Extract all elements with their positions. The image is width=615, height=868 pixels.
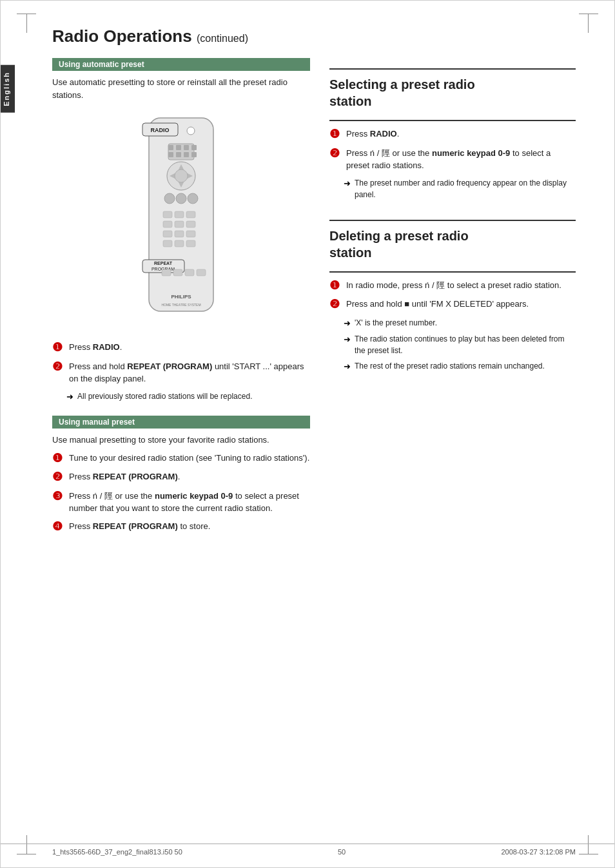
step-number: ❶ — [52, 452, 66, 466]
corner-mark — [588, 14, 589, 33]
svg-text:REPEAT: REPEAT — [154, 261, 173, 265]
arrow-icon: ➜ — [344, 360, 351, 373]
svg-point-21 — [188, 193, 198, 204]
svg-point-20 — [176, 193, 186, 204]
right-column: Selecting a preset radio station ❶ Press… — [329, 58, 576, 539]
step-text: Press and hold REPEAT (PROGRAM) until 'S… — [69, 360, 310, 385]
step-text: Press ń / 陘 or use the numeric keypad 0-… — [346, 147, 576, 172]
svg-rect-39 — [185, 269, 194, 276]
svg-rect-22 — [163, 211, 172, 218]
svg-rect-12 — [191, 152, 197, 157]
step-number: ❷ — [329, 298, 344, 312]
svg-rect-5 — [168, 145, 173, 150]
svg-text:PHILIPS: PHILIPS — [171, 294, 191, 300]
step-text: Press ń / 陘 or use the numeric keypad 0-… — [69, 490, 310, 515]
svg-rect-32 — [175, 240, 184, 247]
step-number: ❶ — [329, 279, 344, 293]
select-step1: ❶ Press RADIO. — [329, 128, 576, 142]
step-number: ❹ — [52, 520, 66, 534]
svg-rect-38 — [173, 269, 182, 276]
corner-mark — [17, 14, 36, 14]
select-step2: ❷ Press ń / 陘 or use the numeric keypad … — [329, 147, 576, 172]
remote-svg: RADIO — [130, 111, 233, 331]
arrow-icon: ➜ — [344, 333, 351, 346]
corner-mark — [579, 14, 598, 14]
svg-rect-8 — [191, 145, 197, 150]
step-text: Press REPEAT (PROGRAM) to store. — [69, 520, 210, 533]
svg-rect-37 — [162, 269, 171, 276]
auto-step2: ❷ Press and hold REPEAT (PROGRAM) until … — [52, 360, 310, 385]
auto-step1: ❶ Press RADIO. — [52, 341, 310, 355]
svg-text:HOME THEATRE SYSTEM: HOME THEATRE SYSTEM — [161, 303, 200, 307]
manual-preset-header: Using manual preset — [52, 416, 310, 429]
selecting-title: Selecting a preset radio station — [329, 76, 576, 110]
svg-point-19 — [164, 193, 175, 204]
hint-text: All previously stored radio stations wil… — [77, 391, 252, 402]
manual-step1: ❶ Tune to your desired radio station (se… — [52, 452, 310, 466]
divider — [329, 120, 576, 121]
deleting-title: Deleting a preset radio station — [329, 227, 576, 261]
page-number: 50 — [338, 848, 346, 856]
content-columns: Using automatic preset Use automatic pre… — [52, 58, 576, 539]
delete-step1: ❶ In radio mode, press ń / 陘 to select a… — [329, 279, 576, 293]
svg-point-18 — [175, 169, 188, 182]
hint-text: 'X' is the preset number. — [355, 317, 437, 329]
svg-rect-7 — [184, 145, 189, 150]
svg-rect-23 — [175, 211, 184, 218]
svg-rect-9 — [168, 152, 173, 157]
step-text: Press and hold ■ until 'FM X DELETED' ap… — [346, 298, 529, 311]
remote-illustration: RADIO — [52, 111, 310, 331]
svg-point-3 — [187, 127, 195, 135]
auto-preset-section: Using automatic preset Use automatic pre… — [52, 58, 310, 403]
hint-text: The preset number and radio frequency ap… — [355, 177, 576, 200]
step-number: ❷ — [52, 470, 66, 485]
step-text: Press RADIO. — [346, 128, 399, 140]
step-number: ❸ — [52, 490, 66, 504]
step-text: Press REPEAT (PROGRAM). — [69, 470, 180, 483]
left-column: Using automatic preset Use automatic pre… — [52, 58, 310, 539]
svg-rect-31 — [163, 240, 172, 247]
auto-preset-body: Use automatic presetting to store or rei… — [52, 76, 310, 101]
svg-rect-30 — [186, 231, 195, 237]
svg-rect-29 — [175, 231, 184, 237]
delete-step2: ❷ Press and hold ■ until 'FM X DELETED' … — [329, 298, 576, 312]
auto-hint: ➜ All previously stored radio stations w… — [66, 391, 310, 403]
svg-rect-28 — [163, 231, 172, 237]
manual-step4: ❹ Press REPEAT (PROGRAM) to store. — [52, 520, 310, 534]
delete-hint2: ➜ The radio station continues to play bu… — [344, 333, 576, 356]
svg-rect-11 — [184, 152, 189, 157]
page: English Radio Operations (continued) Usi… — [0, 0, 615, 868]
divider — [329, 271, 576, 273]
svg-rect-26 — [175, 221, 184, 227]
step-number: ❷ — [52, 360, 66, 374]
footer-right: 2008-03-27 3:12:08 PM — [501, 848, 576, 856]
manual-step3: ❸ Press ń / 陘 or use the numeric keypad … — [52, 490, 310, 515]
hint-text: The radio station continues to play but … — [355, 333, 576, 356]
svg-rect-6 — [176, 145, 181, 150]
delete-hint3: ➜ The rest of the preset radio stations … — [344, 360, 576, 373]
step-text: In radio mode, press ń / 陘 to select a p… — [346, 279, 561, 292]
language-tab: English — [1, 65, 15, 113]
arrow-icon: ➜ — [344, 317, 351, 330]
step-number: ❶ — [52, 341, 66, 355]
step-text: Tune to your desired radio station (see … — [69, 452, 309, 465]
divider — [329, 68, 576, 70]
manual-preset-body: Use manual presetting to store your favo… — [52, 434, 310, 447]
delete-hint1: ➜ 'X' is the preset number. — [344, 317, 576, 330]
select-hint: ➜ The preset number and radio frequency … — [344, 177, 576, 200]
manual-step2: ❷ Press REPEAT (PROGRAM). — [52, 470, 310, 485]
svg-rect-10 — [176, 152, 181, 157]
corner-mark — [26, 14, 27, 33]
manual-preset-section: Using manual preset Use manual presettin… — [52, 416, 310, 534]
footer: 1_hts3565-66D_37_eng2_final813.i50 50 50… — [1, 844, 614, 856]
step-number: ❶ — [329, 128, 344, 142]
step-number: ❷ — [329, 147, 344, 161]
arrow-icon: ➜ — [66, 391, 73, 403]
footer-left: 1_hts3565-66D_37_eng2_final813.i50 50 — [52, 848, 182, 856]
svg-rect-25 — [163, 221, 172, 227]
step-text: Press RADIO. — [69, 341, 122, 354]
svg-text:RADIO: RADIO — [151, 127, 170, 133]
divider — [329, 220, 576, 221]
svg-rect-27 — [186, 221, 195, 227]
svg-rect-40 — [197, 269, 206, 276]
